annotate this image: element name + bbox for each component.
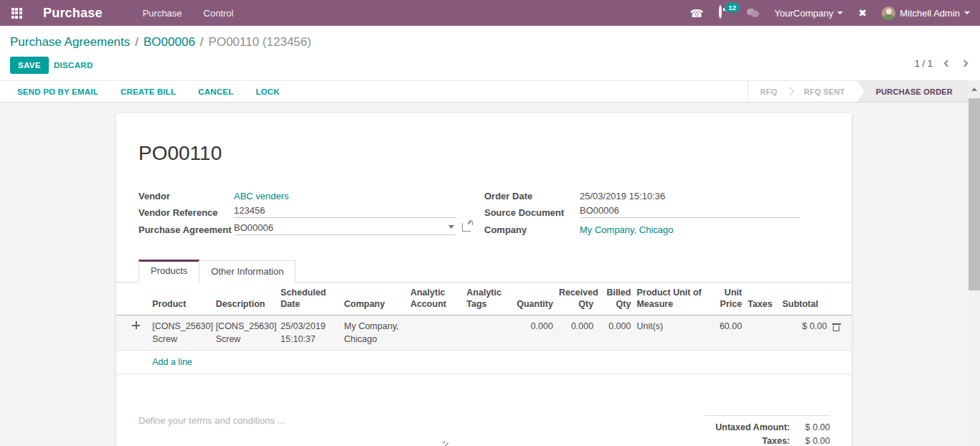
cell-scheduled-date[interactable]: 25/03/2019 15:10:37 [278,315,341,351]
developer-mode-icon[interactable]: ✖ [858,7,867,19]
control-panel: Purchase Agreements/BO00006/PO00110 (123… [0,26,980,80]
company-switcher[interactable]: YourCompany [775,8,844,19]
breadcrumb-purchase-agreements[interactable]: Purchase Agreements [10,35,130,49]
lock-button[interactable]: LOCK [255,87,279,96]
cancel-button[interactable]: CANCEL [198,87,233,96]
chevron-down-icon [837,11,843,14]
menu-control[interactable]: Control [204,8,234,19]
statusbar: RFQ RFQ SENT PURCHASE ORDER [748,81,969,102]
form-view: PO00110 Vendor ABC venders Vendor Refere… [0,103,969,446]
col-unit-price: Unit Price [706,283,745,315]
vendor-label: Vendor [138,191,234,203]
handle-column-header [116,283,149,315]
pager-previous-icon[interactable] [944,60,951,67]
cell-description[interactable]: [CONS_25630] Screw [213,315,278,351]
table-row[interactable]: [CONS_25630] Screw [CONS_25630] Screw 25… [116,315,852,351]
phone-icon[interactable]: ☎ [690,8,704,19]
cell-company[interactable]: My Company, Chicago [341,315,407,351]
cell-product[interactable]: [CONS_25630] Screw [149,315,212,351]
discard-button[interactable]: DISCARD [54,61,93,70]
taxes-label: Taxes: [762,436,790,446]
cell-quantity[interactable]: 0.000 [512,315,556,351]
avatar [882,6,895,20]
company-name: YourCompany [775,8,834,19]
add-a-line-link[interactable]: Add a line [152,357,192,367]
pager: 1 / 1 [915,58,967,69]
vendor-reference-label: Vendor Reference [138,207,234,219]
send-po-by-email-button[interactable]: SEND PO BY EMAIL [17,87,98,96]
col-quantity: Quantity [512,283,556,315]
pager-count: 1 / 1 [915,58,933,69]
vendor-value[interactable]: ABC venders [234,191,456,203]
delete-row-icon[interactable] [833,322,840,331]
notebook-tabs: Products Other Information [116,259,852,283]
triangle-up-icon [971,87,977,91]
cell-unit-price[interactable]: 60.00 [706,315,745,351]
tab-other-information[interactable]: Other Information [199,260,296,283]
col-scheduled-date: Scheduled Date [278,283,341,315]
company-value[interactable]: My Company, Chicago [580,224,799,237]
scrollbar-thumb[interactable] [969,98,980,290]
col-received-qty: Received Qty [556,283,596,315]
pager-next-icon[interactable] [961,60,969,67]
vendor-reference-field[interactable] [234,205,456,218]
cell-received-qty[interactable]: 0.000 [556,315,596,351]
purchase-agreement-label: Purchase Agreement [138,224,234,237]
col-taxes: Taxes [745,283,779,315]
col-company: Company [341,283,407,315]
activity-count-badge: 12 [725,3,740,12]
col-product: Product [149,283,212,315]
cell-analytic-tags[interactable] [463,315,511,351]
cell-analytic-account[interactable] [407,315,463,351]
breadcrumb: Purchase Agreements/BO00006/PO00110 (123… [10,35,311,49]
col-billed-qty: Billed Qty [596,283,633,315]
scroll-up-button[interactable] [969,80,980,98]
action-bar: SEND PO BY EMAIL CREATE BILL CANCEL LOCK… [0,80,969,103]
breadcrumb-current: PO00110 (123456) [209,35,311,49]
vertical-scrollbar[interactable] [969,80,980,446]
app-name[interactable]: Purchase [43,6,103,21]
create-bill-button[interactable]: CREATE BILL [121,87,176,96]
form-sheet: PO00110 Vendor ABC venders Vendor Refere… [116,113,852,446]
table-header-row: Product Description Scheduled Date Compa… [116,283,852,315]
apps-grid-icon [11,8,22,19]
apps-menu-button[interactable] [0,0,33,26]
terms-placeholder: Define your terms and conditions ... [138,415,448,426]
untaxed-amount-value: $ 0.00 [790,422,830,432]
clock-icon [719,5,722,19]
breadcrumb-bo00006[interactable]: BO00006 [143,35,195,49]
order-lines-table: Product Description Scheduled Date Compa… [116,283,852,375]
cell-taxes[interactable] [745,315,779,351]
save-button[interactable]: SAVE [10,57,49,74]
source-document-label: Source Document [484,207,580,219]
page-title: PO00110 [138,113,830,165]
dropdown-caret-icon[interactable] [448,225,454,229]
cell-product-uom[interactable]: Unit(s) [633,315,705,351]
col-analytic-account: Analytic Account [407,283,463,315]
cell-subtotal[interactable]: $ 0.00 [779,315,829,351]
menu-purchase[interactable]: Purchase [143,8,182,19]
status-step-rfq[interactable]: RFQ [748,81,790,102]
chevron-down-icon [964,11,970,14]
messages-icon[interactable] [747,9,760,18]
user-menu[interactable]: Mitchell Admin [882,6,970,20]
purchase-agreement-field[interactable] [234,222,448,234]
untaxed-amount-label: Untaxed Amount: [715,422,790,432]
resize-handle[interactable] [443,441,448,446]
order-date-value[interactable]: 25/03/2019 15:10:36 [580,191,799,203]
cell-billed-qty[interactable]: 0.000 [596,315,633,351]
tab-products[interactable]: Products [138,260,199,283]
col-product-uom: Product Unit of Measure [633,283,705,315]
external-link-icon[interactable] [462,223,471,232]
company-label: Company [484,224,580,237]
source-document-field[interactable] [580,205,799,218]
col-delete [830,283,852,315]
status-step-purchase-order[interactable]: PURCHASE ORDER [857,81,969,102]
activities-button[interactable]: 12 [719,6,732,19]
status-step-rfq-sent[interactable]: RFQ SENT [791,81,857,102]
terms-and-conditions-input[interactable]: Define your terms and conditions ... [138,415,448,446]
taxes-value: $ 0.00 [790,436,830,446]
add-line-row: Add a line [116,351,852,374]
col-description: Description [213,283,278,315]
user-name: Mitchell Admin [900,8,960,19]
